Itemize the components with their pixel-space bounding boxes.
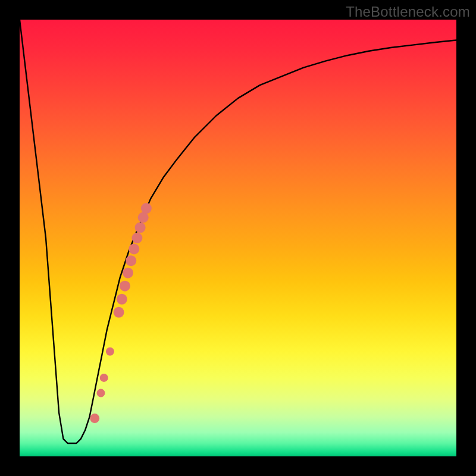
- watermark-text: TheBottleneck.com: [346, 4, 470, 20]
- highlight-dot: [141, 203, 152, 214]
- main-curve: [20, 20, 456, 443]
- highlight-dot: [97, 389, 105, 397]
- chart-frame: TheBottleneck.com: [0, 0, 476, 476]
- highlight-dot: [90, 414, 99, 423]
- highlight-dot: [131, 233, 142, 243]
- highlight-dot: [138, 212, 149, 223]
- chart-svg: [20, 20, 456, 456]
- highlight-dot: [117, 294, 127, 305]
- highlight-dot: [129, 243, 139, 254]
- highlight-dot: [123, 268, 133, 278]
- highlight-dot: [100, 374, 108, 382]
- highlight-dot: [126, 255, 136, 266]
- plot-area: [20, 20, 456, 456]
- highlight-points: [90, 203, 152, 423]
- highlight-dot: [120, 281, 130, 292]
- highlight-dot: [135, 222, 146, 233]
- highlight-dot: [106, 347, 114, 356]
- highlight-dot: [114, 307, 124, 318]
